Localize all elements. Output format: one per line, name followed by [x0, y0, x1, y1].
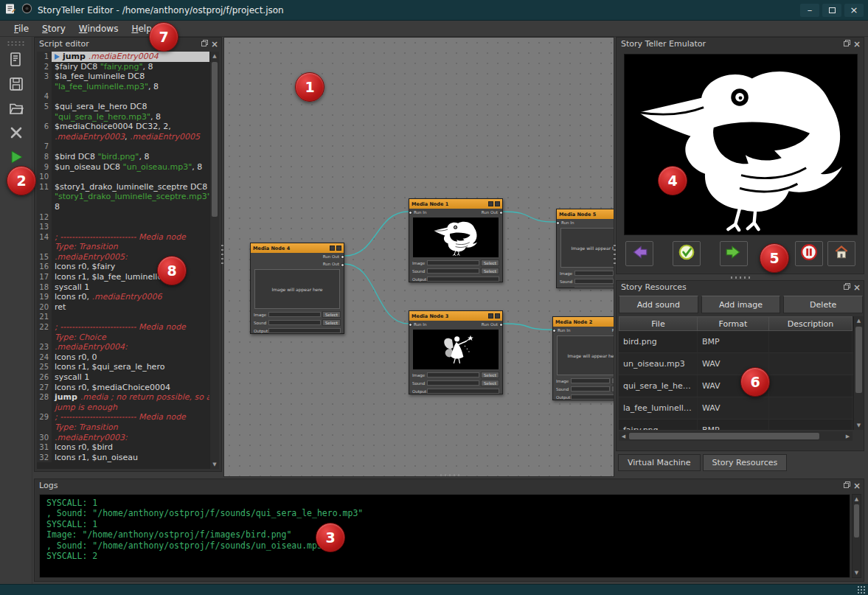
- logs-dock-titlebar[interactable]: Logs ×: [35, 479, 864, 492]
- node-close-button[interactable]: [336, 246, 341, 251]
- float-dock-icon[interactable]: [844, 481, 850, 490]
- script-line[interactable]: .mediaEntry0003, .mediaEntry0005: [37, 132, 211, 142]
- scroll-up-icon[interactable]: ▲: [854, 316, 864, 325]
- splitter-handle[interactable]: [731, 276, 750, 279]
- script-line[interactable]: 2$fairy DC8 "fairy.png", 8: [37, 62, 211, 72]
- close-dock-icon[interactable]: ×: [853, 482, 861, 490]
- node-minimize-button[interactable]: [330, 246, 335, 251]
- column-header-file[interactable]: File: [619, 316, 698, 331]
- media-node[interactable]: Media Node 3Run InRun OutImageSelectSoun…: [409, 310, 503, 394]
- maximize-button[interactable]: [822, 4, 841, 17]
- toolbar-drag-handle[interactable]: [7, 41, 25, 46]
- script-line[interactable]: 26syscall 1: [37, 372, 211, 383]
- input-pin[interactable]: [409, 211, 412, 215]
- script-line[interactable]: Type: Transition: [37, 242, 211, 252]
- script-line[interactable]: 5$qui_sera_le_hero DC8: [37, 102, 211, 112]
- select-button[interactable]: Select: [611, 386, 614, 392]
- title-bar[interactable]: StoryTeller Editor - /home/anthony/ostpr…: [0, 0, 868, 21]
- script-editor-dock-titlebar[interactable]: Script editor ×: [35, 38, 221, 50]
- input-pin[interactable]: [556, 221, 560, 225]
- media-node[interactable]: Media Node 1Run InRun OutImageSelectSoun…: [409, 198, 503, 282]
- script-line[interactable]: 8$bird DC8 "bird.png", 8: [37, 152, 211, 162]
- media-node[interactable]: Media Node 4Run OutRun OutImage will app…: [250, 243, 344, 334]
- script-line[interactable]: 30.mediaEntry0003:: [37, 433, 211, 443]
- home-button[interactable]: [827, 241, 855, 266]
- script-line[interactable]: 14; -------------------------- Media nod…: [37, 232, 211, 243]
- float-dock-icon[interactable]: [844, 282, 850, 292]
- script-line[interactable]: 4: [37, 91, 211, 102]
- script-line[interactable]: 32lcons r1, $un_oiseau: [37, 453, 211, 463]
- script-line[interactable]: "story1_drako_luminelle_sceptre.mp3",: [37, 192, 211, 202]
- resource-table-row[interactable]: la_fee_luminelle.mp3WAV: [619, 397, 863, 420]
- splitter-handle[interactable]: [221, 245, 223, 264]
- node-close-button[interactable]: [495, 313, 500, 319]
- node-header[interactable]: Media Node 2: [553, 317, 614, 327]
- node-minimize-button[interactable]: [488, 313, 493, 319]
- open-project-button[interactable]: [4, 98, 28, 119]
- script-line[interactable]: 13: [37, 222, 211, 232]
- tab-story-resources[interactable]: Story Resources: [703, 454, 788, 471]
- output-pin[interactable]: [341, 263, 344, 267]
- select-button[interactable]: Select: [611, 377, 614, 384]
- add-image-button[interactable]: Add image: [701, 296, 781, 313]
- output-pin[interactable]: [499, 211, 503, 215]
- scroll-left-icon[interactable]: ◀: [619, 431, 628, 441]
- script-line[interactable]: 22; -------------------------- Media nod…: [37, 322, 211, 333]
- node-header[interactable]: Media Node 4: [251, 243, 344, 253]
- script-line[interactable]: "qui_sera_le_hero.mp3", 8: [37, 112, 211, 122]
- column-header-format[interactable]: Format: [698, 316, 769, 331]
- script-line[interactable]: 3$la_fee_luminelle DC8: [37, 72, 211, 82]
- script-line[interactable]: 18syscall 1: [37, 282, 211, 293]
- node-minimize-button[interactable]: [488, 201, 493, 206]
- script-line[interactable]: 21: [37, 312, 211, 322]
- resources-table[interactable]: FileFormatDescription bird.pngBMPun_oise…: [619, 316, 863, 430]
- script-line[interactable]: 31lcons r0, $bird: [37, 442, 211, 453]
- close-dock-icon[interactable]: ×: [853, 41, 861, 48]
- script-line[interactable]: 1jump .mediaEntry0004: [37, 52, 211, 62]
- script-line[interactable]: 19lcons r0, .mediaEntry0006: [37, 292, 211, 302]
- column-header-description[interactable]: Description: [769, 316, 853, 331]
- script-line[interactable]: Type: Transition: [37, 422, 211, 433]
- script-line[interactable]: "la_fee_luminelle.mp3", 8: [37, 82, 211, 92]
- script-line[interactable]: 11$story1_drako_luminelle_sceptre DC8: [37, 182, 211, 192]
- resources-table-scrollbar[interactable]: ▲ ▼: [853, 316, 864, 430]
- validate-button[interactable]: [673, 241, 701, 266]
- script-line[interactable]: 15.mediaEntry0005:: [37, 252, 211, 262]
- next-button[interactable]: [720, 241, 748, 266]
- script-line[interactable]: 7: [37, 142, 211, 152]
- close-project-button[interactable]: [4, 122, 28, 143]
- node-graph-canvas[interactable]: Media Node 4Run OutRun OutImage will app…: [223, 37, 614, 477]
- select-button[interactable]: Select: [481, 372, 499, 378]
- script-code-area[interactable]: 1jump .mediaEntry00042$fairy DC8 "fairy.…: [37, 52, 211, 469]
- select-button[interactable]: Select: [481, 260, 499, 266]
- scroll-down-icon[interactable]: ▼: [210, 460, 219, 469]
- minimize-button[interactable]: –: [800, 4, 819, 17]
- media-node[interactable]: Media Node 2Run InRun OutImage will appe…: [552, 316, 614, 400]
- menu-story[interactable]: Story: [35, 21, 72, 36]
- float-dock-icon[interactable]: [844, 39, 850, 49]
- delete-resource-button[interactable]: Delete: [783, 296, 863, 313]
- pause-button[interactable]: [795, 241, 823, 266]
- script-line[interactable]: 25lcons r1, $qui_sera_le_hero: [37, 362, 211, 372]
- script-line[interactable]: 9$un_oiseau DC8 "un_oiseau.mp3", 8: [37, 162, 211, 173]
- script-line[interactable]: Type: Choice: [37, 333, 211, 343]
- select-button[interactable]: Select: [481, 380, 499, 386]
- script-line[interactable]: 28jump .media ; no return possible, so a: [37, 392, 211, 403]
- scroll-down-icon[interactable]: ▼: [854, 421, 864, 430]
- menu-file[interactable]: File: [7, 21, 35, 36]
- resources-dock-titlebar[interactable]: Story Resources ×: [617, 281, 864, 293]
- script-line[interactable]: 12: [37, 212, 211, 223]
- node-header[interactable]: Media Node 1: [409, 199, 502, 209]
- script-line[interactable]: 27lcons r0, $mediaChoice0004: [37, 383, 211, 393]
- output-pin[interactable]: [341, 255, 344, 259]
- close-dock-icon[interactable]: ×: [211, 41, 218, 48]
- resource-table-row[interactable]: fairy.pngBMP: [619, 420, 863, 430]
- script-line[interactable]: 6$mediaChoice0004 DC32, 2,: [37, 122, 211, 132]
- script-line[interactable]: 23.mediaEntry0004:: [37, 342, 211, 352]
- save-button[interactable]: [4, 74, 28, 94]
- emulator-dock-titlebar[interactable]: Story Teller Emulator ×: [617, 38, 864, 50]
- output-pin[interactable]: [499, 323, 503, 327]
- node-close-button[interactable]: [495, 201, 500, 206]
- splitter-handle[interactable]: [614, 245, 616, 264]
- media-node[interactable]: Media Node 5Run InRun OutImage will appe…: [556, 209, 614, 288]
